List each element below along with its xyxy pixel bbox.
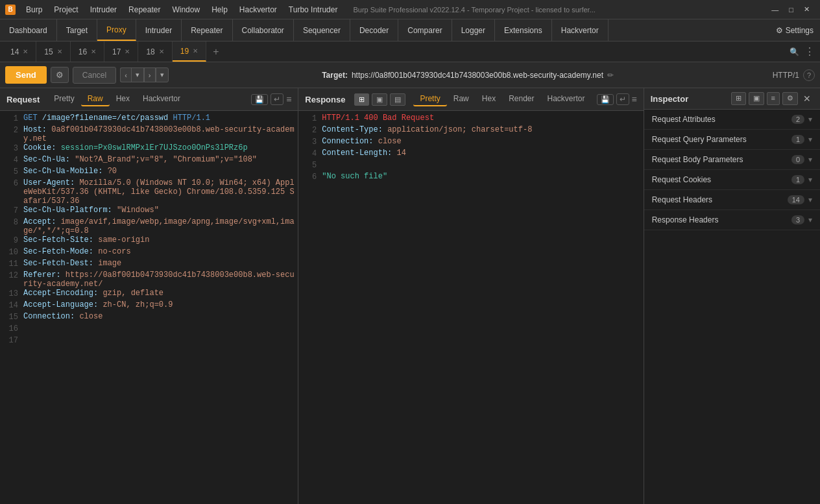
response-tab-hex[interactable]: Hex — [476, 92, 502, 106]
response-tab-raw[interactable]: Raw — [447, 92, 476, 106]
toolbar: Send ⚙ Cancel ‹ ▾ › ▾ Target: https://0a… — [0, 62, 820, 88]
inspector-align-icon[interactable]: ≡ — [767, 92, 780, 105]
settings-label: Settings — [786, 26, 814, 35]
request-more-icon[interactable]: ≡ — [286, 94, 291, 104]
menu-window[interactable]: Window — [167, 4, 205, 16]
response-view-split[interactable]: ⊞ — [354, 93, 369, 106]
inspector-columns-icon[interactable]: ▣ — [749, 92, 764, 105]
tab-add-button[interactable]: + — [206, 42, 225, 62]
tab-17-close[interactable]: ✕ — [125, 48, 130, 55]
inspector-label-request-headers: Request Headers — [652, 195, 788, 204]
response-more-icon[interactable]: ≡ — [632, 94, 637, 104]
inspector-row-body-params[interactable]: Request Body Parameters 0 ▾ — [644, 150, 820, 170]
tab-18[interactable]: 18 ✕ — [138, 42, 172, 62]
inspector-grid-icon[interactable]: ⊞ — [731, 92, 746, 105]
request-tab-hackvertor[interactable]: Hackvertor — [136, 92, 187, 106]
tab-15[interactable]: 15 ✕ — [36, 42, 70, 62]
help-icon[interactable]: ? — [803, 69, 815, 81]
close-button[interactable]: ✕ — [799, 4, 815, 15]
nav-dashboard[interactable]: Dashboard — [0, 19, 57, 41]
settings-icon-button[interactable]: ⚙ — [51, 67, 69, 83]
response-line-6: 6 "No such file" — [298, 172, 643, 184]
response-code[interactable]: 1 HTTP/1.1 400 Bad Request 2 Content-Typ… — [298, 111, 643, 504]
nav-back-dropdown[interactable]: ▾ — [131, 67, 144, 82]
nav-sequencer[interactable]: Sequencer — [294, 19, 350, 41]
nav-intruder[interactable]: Intruder — [136, 19, 182, 41]
inspector-count-request-attributes: 2 — [791, 115, 804, 124]
nav-extensions[interactable]: Extensions — [495, 19, 552, 41]
http-version[interactable]: HTTP/1 — [773, 71, 799, 80]
menu-intruder[interactable]: Intruder — [85, 4, 122, 16]
nav-logger[interactable]: Logger — [452, 19, 495, 41]
request-line-3: 3 Cookie: session=Px0swlRMPxlEr7UJSzoo0O… — [0, 143, 298, 155]
menu-help[interactable]: Help — [206, 4, 233, 16]
response-view-buttons: ⊞ ▣ ▤ — [354, 93, 405, 106]
inspector-row-query-params[interactable]: Request Query Parameters 1 ▾ — [644, 130, 820, 150]
response-view-left[interactable]: ▣ — [372, 93, 387, 106]
inspector-row-request-headers[interactable]: Request Headers 14 ▾ — [644, 190, 820, 210]
nav-target[interactable]: Target — [57, 19, 97, 41]
request-line-13: 13 Accept-Encoding: gzip, deflate — [0, 289, 298, 300]
response-line-5: 5 — [298, 160, 643, 172]
response-tab-render[interactable]: Render — [502, 92, 540, 106]
inspector-settings-icon[interactable]: ⚙ — [782, 92, 798, 105]
inspector-row-cookies[interactable]: Request Cookies 1 ▾ — [644, 170, 820, 190]
tab-15-label: 15 — [44, 47, 53, 56]
response-line-2: 2 Content-Type: application/json; charse… — [298, 125, 643, 137]
request-line-2: 2 Host: 0a8f001b0473930dc41b7438003e00b8… — [0, 125, 298, 143]
nav-forward-button[interactable]: › — [144, 67, 156, 82]
request-tab-raw[interactable]: Raw — [81, 92, 110, 106]
request-code[interactable]: 1 GET /image?filename=/etc/passwd HTTP/1… — [0, 111, 298, 504]
request-line-9: 9 Sec-Fetch-Site: same-origin — [0, 235, 298, 247]
tab-19-close[interactable]: ✕ — [193, 47, 198, 54]
inspector-close-icon[interactable]: ✕ — [801, 92, 814, 105]
request-line-8: 8 Accept: image/avif,image/webp,image/ap… — [0, 217, 298, 235]
menu-project[interactable]: Project — [49, 4, 83, 16]
request-line-12: 12 Referer: https://0a8f001b0473930dc41b… — [0, 270, 298, 289]
tab-18-close[interactable]: ✕ — [159, 48, 164, 55]
nav-comparer[interactable]: Comparer — [398, 19, 452, 41]
response-save-icon[interactable]: 💾 — [597, 94, 614, 105]
inspector-row-response-headers[interactable]: Response Headers 3 ▾ — [644, 210, 820, 230]
tab-19[interactable]: 19 ✕ — [173, 42, 206, 62]
nav-back-button[interactable]: ‹ — [120, 67, 131, 82]
response-tab-pretty[interactable]: Pretty — [413, 92, 446, 106]
settings-button[interactable]: ⚙ Settings — [769, 19, 820, 41]
tab-14-close[interactable]: ✕ — [23, 48, 28, 55]
response-tab-hackvertor[interactable]: Hackvertor — [541, 92, 592, 106]
inspector-row-request-attributes[interactable]: Request Attributes 2 ▾ — [644, 110, 820, 130]
nav-repeater[interactable]: Repeater — [182, 19, 232, 41]
response-wrap-icon[interactable]: ↵ — [616, 93, 629, 105]
search-icon[interactable]: 🔍 — [790, 47, 799, 56]
request-tab-pretty[interactable]: Pretty — [47, 92, 80, 106]
request-tab-hex[interactable]: Hex — [110, 92, 136, 106]
nav-decoder[interactable]: Decoder — [350, 19, 398, 41]
minimize-button[interactable]: — — [766, 5, 784, 15]
nav-arrows: ‹ ▾ › ▾ — [120, 67, 168, 82]
menu-hackvertor[interactable]: Hackvertor — [234, 4, 282, 16]
chevron-down-icon-3: ▾ — [808, 155, 812, 164]
tab-16-close[interactable]: ✕ — [91, 48, 96, 55]
tab-17[interactable]: 17 ✕ — [104, 42, 138, 62]
tab-15-close[interactable]: ✕ — [57, 48, 62, 55]
request-save-icon[interactable]: 💾 — [251, 94, 268, 105]
maximize-button[interactable]: □ — [784, 5, 799, 15]
send-button[interactable]: Send — [5, 66, 47, 84]
request-wrap-icon[interactable]: ↵ — [271, 93, 283, 105]
cancel-button[interactable]: Cancel — [73, 67, 116, 84]
nav-collaborator[interactable]: Collaborator — [233, 19, 294, 41]
request-panel-header: Request Pretty Raw Hex Hackvertor 💾 ↵ ≡ — [0, 88, 298, 111]
tab-14[interactable]: 14 ✕ — [3, 42, 36, 62]
edit-icon[interactable]: ✏ — [607, 71, 614, 80]
tab-16[interactable]: 16 ✕ — [71, 42, 104, 62]
inspector-label-query-params: Request Query Parameters — [652, 135, 791, 144]
nav-hackvertor[interactable]: Hackvertor — [552, 19, 609, 41]
nav-forward-dropdown[interactable]: ▾ — [156, 67, 169, 82]
menu-turbointruder[interactable]: Turbo Intruder — [283, 4, 343, 16]
nav-proxy[interactable]: Proxy — [97, 19, 136, 41]
menu-repeater[interactable]: Repeater — [123, 4, 165, 16]
more-icon[interactable]: ⋮ — [804, 45, 815, 58]
target-url: https://0a8f001b0473930dc41b7438003e00b8… — [352, 71, 603, 80]
menu-burp[interactable]: Burp — [21, 4, 47, 16]
response-view-right[interactable]: ▤ — [390, 93, 405, 106]
